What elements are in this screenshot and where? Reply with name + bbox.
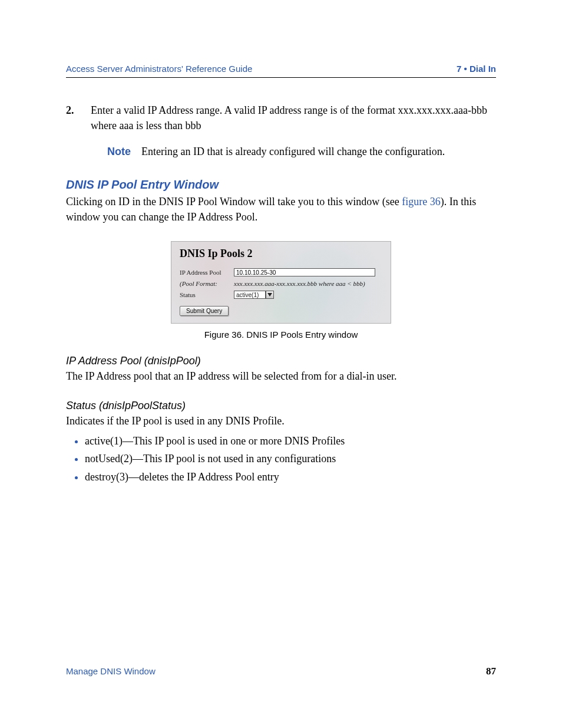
figure-title: DNIS Ip Pools 2: [180, 248, 382, 260]
ip-pool-input[interactable]: [234, 268, 375, 276]
figure-caption: Figure 36. DNIS IP Pools Entry window: [66, 330, 496, 340]
page-number: 87: [486, 666, 496, 677]
note: Note Entering an ID that is already conf…: [107, 144, 496, 159]
list-item: active(1)—This IP pool is used in one or…: [85, 432, 496, 450]
status-label: Status: [180, 291, 234, 298]
subheading-status: Status (dnisIpPoolStatus): [66, 400, 496, 412]
section-heading: DNIS IP Pool Entry Window: [66, 178, 496, 192]
status-bullet-list: active(1)—This IP pool is used in one or…: [66, 432, 496, 486]
sub1-text: The IP Address pool that an IP address w…: [66, 368, 496, 384]
step-number: 2.: [66, 103, 80, 133]
status-select[interactable]: active(1): [234, 291, 274, 299]
status-select-value: active(1): [234, 291, 266, 299]
section-paragraph: Clicking on ID in the DNIS IP Pool Windo…: [66, 194, 496, 225]
ip-pool-label: IP Address Pool: [180, 269, 234, 276]
submit-query-button[interactable]: Submit Query: [180, 306, 229, 316]
list-item: destroy(3)—deletes the IP Address Pool e…: [85, 468, 496, 486]
step-text: Enter a valid IP Address range. A valid …: [91, 103, 496, 133]
footer-section: Manage DNIS Window: [66, 666, 156, 676]
note-text: Entering an ID that is already configure…: [141, 144, 445, 159]
svg-marker-0: [267, 293, 272, 297]
step-2: 2. Enter a valid IP Address range. A val…: [66, 103, 496, 133]
subheading-ip-pool: IP Address Pool (dnisIpPool): [66, 355, 496, 367]
pool-format-value: xxx.xxx.xxx.aaa-xxx.xxx.xxx.bbb where aa…: [234, 280, 365, 287]
header-left: Access Server Administrators' Reference …: [66, 64, 252, 74]
figure-link[interactable]: figure 36: [402, 196, 440, 207]
list-item: notUsed(2)—This IP pool is not used in a…: [85, 450, 496, 468]
sub2-text: Indicates if the IP pool is used in any …: [66, 413, 496, 429]
chevron-down-icon[interactable]: [266, 291, 274, 299]
pool-format-label: (Pool Format:: [180, 280, 234, 287]
header-right: 7 • Dial In: [457, 64, 496, 74]
para-pre: Clicking on ID in the DNIS IP Pool Windo…: [66, 196, 402, 207]
figure-panel: DNIS Ip Pools 2 IP Address Pool (Pool Fo…: [171, 241, 391, 324]
note-label: Note: [107, 144, 131, 159]
